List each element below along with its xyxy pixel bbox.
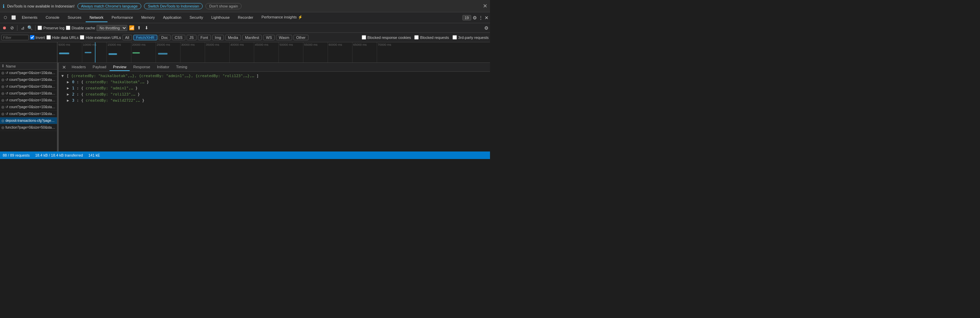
search-btn[interactable]: 🔍 (27, 25, 33, 31)
json-item-2[interactable]: ▶ 2 : { createdBy: "roli123",… } (61, 91, 487, 98)
json-item-0[interactable]: ▶ 0 : { createdBy: "haikalbotak",… } (61, 79, 487, 85)
filter-ws-btn[interactable]: WS (263, 35, 275, 40)
item-0-close: } (147, 80, 149, 84)
hide-data-urls-checkbox[interactable] (46, 35, 51, 40)
item-1-toggle[interactable]: ▶ (67, 86, 69, 91)
filter-wasm-btn[interactable]: Wasm (276, 35, 292, 40)
json-item-3[interactable]: ▶ 3 : { createdBy: "ewild2722",… } (61, 98, 487, 104)
filter-media-btn[interactable]: Media (225, 35, 241, 40)
detail-tab-preview[interactable]: Preview (110, 64, 130, 71)
filter-other-btn[interactable]: Other (293, 35, 309, 40)
upload-btn[interactable]: ⬆ (136, 25, 142, 31)
tab-application[interactable]: Application (159, 13, 186, 22)
root-open-bracket: [ (67, 74, 69, 78)
preserve-log-label[interactable]: Preserve log (38, 25, 65, 30)
detail-tab-timing[interactable]: Timing (173, 64, 191, 71)
req-reload-6: ↺ (5, 112, 8, 116)
tab-recorder[interactable]: Recorder (234, 13, 257, 22)
tab-network[interactable]: Network (86, 13, 108, 22)
blocked-requests-checkbox[interactable] (414, 35, 419, 40)
throttle-select[interactable]: No throttling (97, 25, 127, 31)
timeline: 5000 ms 10000 ms 15000 ms 20000 ms 25000… (0, 42, 490, 63)
devtools-settings-btn[interactable]: ⚙ (473, 15, 477, 21)
request-item-5[interactable]: ◎ ↺ count?page=0&size=10&status.equals=I… (0, 104, 57, 111)
blocked-response-label[interactable]: Blocked response cookies (362, 35, 411, 40)
detail-tab-initiator[interactable]: Initiator (154, 64, 173, 71)
item-3-toggle[interactable]: ▶ (67, 98, 69, 103)
blocked-requests-label[interactable]: Blocked requests (414, 35, 449, 40)
download-btn[interactable]: ⬇ (144, 25, 150, 31)
devtools-more-btn[interactable]: ⋮ (479, 15, 483, 21)
switch-devtools-btn[interactable]: Switch DevTools to Indonesian (144, 3, 203, 9)
detail-tab-headers[interactable]: Headers (68, 64, 89, 71)
item-2-toggle[interactable]: ▶ (67, 92, 69, 97)
tl-bar-2 (84, 52, 91, 53)
detail-tab-payload[interactable]: Payload (89, 64, 110, 71)
item-0-index: 0 (72, 80, 75, 84)
filter-input[interactable] (3, 35, 24, 40)
filter-img-btn[interactable]: Img (212, 35, 224, 40)
detail-tab-response[interactable]: Response (130, 64, 154, 71)
request-item-0[interactable]: ◎ ↺ count?page=0&size=10&status.equals=I… (0, 70, 57, 76)
json-root-line[interactable]: ▼ [ {createdBy: "haikalbotak",…}, {creat… (61, 73, 487, 79)
filter-js-btn[interactable]: JS (187, 35, 197, 40)
request-item-7[interactable]: ◎ deposit-transactions-cfg?page=0&size=5… (0, 118, 57, 124)
request-item-6[interactable]: ◎ ↺ count?page=0&size=10&status.equals=I… (0, 111, 57, 118)
resize-col-handle[interactable]: ⇕ (2, 64, 6, 68)
tab-elements[interactable]: Elements (18, 13, 41, 22)
filter-font-btn[interactable]: Font (198, 35, 211, 40)
invert-checkbox[interactable] (30, 35, 35, 40)
filter-manifest-btn[interactable]: Manifest (242, 35, 262, 40)
request-item-1[interactable]: ◎ ↺ count?page=0&size=10&status.equals=I… (0, 76, 57, 83)
request-item-8[interactable]: ◎ function?page=0&size=50&status.in=IN_P… (0, 124, 57, 131)
filter-fetchxhr-btn[interactable]: Fetch/XHR (134, 35, 157, 40)
hide-ext-label[interactable]: Hide extension URLs (80, 35, 121, 40)
timeline-content[interactable]: 5000 ms 10000 ms 15000 ms 20000 ms 25000… (57, 42, 490, 62)
tab-memory[interactable]: Memory (137, 13, 159, 22)
message-badge[interactable]: 19 (462, 15, 471, 21)
tab-console[interactable]: Console (41, 13, 64, 22)
item-0-toggle[interactable]: ▶ (67, 80, 69, 84)
resources-size: 141 kE (88, 153, 100, 157)
req-icon-0: ◎ (2, 71, 5, 75)
preserve-log-checkbox[interactable] (38, 25, 42, 30)
hide-data-urls-label[interactable]: Hide data URLs (46, 35, 79, 40)
tl-mark-9: 50000 ms (278, 42, 293, 62)
timeline-cursor[interactable] (95, 42, 95, 62)
filter-doc-btn[interactable]: Doc (159, 35, 171, 40)
record-btn[interactable]: ⏺ (2, 25, 8, 31)
disable-cache-label[interactable]: Disable cache (66, 25, 95, 30)
hide-ext-checkbox[interactable] (80, 35, 84, 40)
notification-close-btn[interactable]: ✕ (483, 3, 487, 9)
preserve-log-text: Preserve log (43, 26, 65, 30)
filter-all-btn[interactable]: All (123, 35, 132, 40)
preview-content[interactable]: ▼ [ {createdBy: "haikalbotak",…}, {creat… (59, 72, 490, 151)
always-match-btn[interactable]: Always match Chrome's language (78, 3, 142, 9)
devtools-close-btn[interactable]: ✕ (485, 15, 488, 21)
item-2-index: 2 (72, 92, 75, 97)
root-toggle[interactable]: ▼ (61, 74, 64, 78)
tab-sources[interactable]: Sources (64, 13, 85, 22)
invert-label[interactable]: Invert (30, 35, 45, 40)
request-item-4[interactable]: ◎ ↺ count?page=0&size=10&status.equals=I… (0, 97, 57, 104)
dont-show-again-btn[interactable]: Don't show again (205, 3, 242, 9)
req-icon-2: ◎ (2, 84, 5, 88)
filter-btn[interactable]: ⊿ (19, 25, 25, 31)
tab-security[interactable]: Security (185, 13, 207, 22)
request-item-3[interactable]: ◎ ↺ count?page=0&size=10&status.equals=I… (0, 90, 57, 97)
request-item-2[interactable]: ◎ ↺ count?page=0&size=10&status.equals=I… (0, 83, 57, 90)
disable-cache-checkbox[interactable] (66, 25, 70, 30)
tab-lighthouse[interactable]: Lighthouse (207, 13, 234, 22)
clear-btn[interactable]: ⊘ (9, 25, 15, 31)
tab-performance[interactable]: Performance (108, 13, 137, 22)
blocked-response-checkbox[interactable] (362, 35, 366, 40)
req-icon-7: ◎ (2, 119, 5, 122)
filter-css-btn[interactable]: CSS (172, 35, 185, 40)
network-settings-btn[interactable]: ⚙ (484, 25, 488, 31)
close-detail-btn[interactable]: ✕ (60, 65, 68, 70)
json-item-1[interactable]: ▶ 1 : { createdBy: "admin1",… } (61, 85, 487, 91)
third-party-checkbox[interactable] (452, 35, 457, 40)
req-icon-4: ◎ (2, 98, 5, 102)
tab-performance-insights[interactable]: Performance insights ⚡ (257, 13, 306, 22)
third-party-label[interactable]: 3rd-party requests (452, 35, 488, 40)
